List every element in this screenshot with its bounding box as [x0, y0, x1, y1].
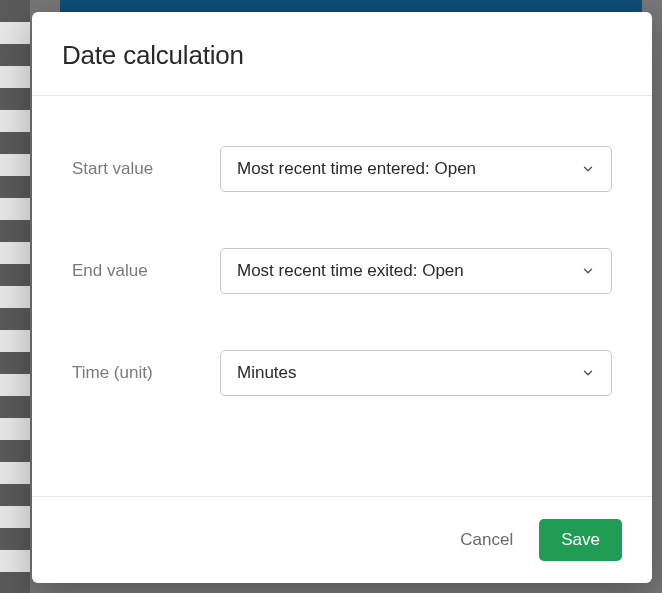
time-unit-select[interactable]: Minutes [220, 350, 612, 396]
time-unit-selected: Minutes [237, 363, 297, 383]
modal-footer: Cancel Save [32, 496, 652, 583]
date-calculation-modal: Date calculation Start value Most recent… [32, 12, 652, 583]
start-value-select[interactable]: Most recent time entered: Open [220, 146, 612, 192]
time-unit-label: Time (unit) [72, 363, 220, 383]
chevron-down-icon [581, 264, 595, 278]
chevron-down-icon [581, 366, 595, 380]
backdrop-stripes [0, 0, 30, 593]
start-value-selected: Most recent time entered: Open [237, 159, 476, 179]
modal-header: Date calculation [32, 12, 652, 96]
end-value-select[interactable]: Most recent time exited: Open [220, 248, 612, 294]
time-unit-row: Time (unit) Minutes [72, 350, 612, 396]
time-unit-select-wrapper: Minutes [220, 350, 612, 396]
cancel-button[interactable]: Cancel [456, 522, 517, 558]
start-value-select-wrapper: Most recent time entered: Open [220, 146, 612, 192]
chevron-down-icon [581, 162, 595, 176]
start-value-row: Start value Most recent time entered: Op… [72, 146, 612, 192]
end-value-selected: Most recent time exited: Open [237, 261, 464, 281]
modal-title: Date calculation [62, 40, 622, 71]
end-value-row: End value Most recent time exited: Open [72, 248, 612, 294]
end-value-label: End value [72, 261, 220, 281]
start-value-label: Start value [72, 159, 220, 179]
modal-body: Start value Most recent time entered: Op… [32, 96, 652, 496]
end-value-select-wrapper: Most recent time exited: Open [220, 248, 612, 294]
save-button[interactable]: Save [539, 519, 622, 561]
